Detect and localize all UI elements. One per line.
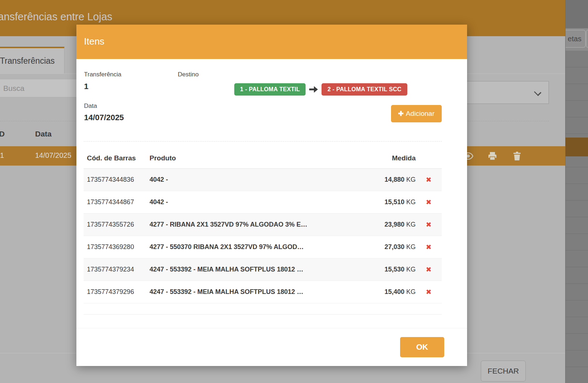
tab-transferencias[interactable]: Transferências bbox=[0, 47, 64, 73]
transfer-route: 1 - PALLOMA TEXTIL 2 - PALLOMA TEXTIL SC… bbox=[234, 83, 407, 96]
header-barcode: Cód. de Barras bbox=[84, 154, 150, 162]
adicionar-button[interactable]: ✚ Adicionar bbox=[391, 105, 442, 122]
background-header bbox=[566, 0, 588, 28]
transferencia-label: Transferência bbox=[84, 71, 121, 78]
cell-barcode: 1735774344867 bbox=[84, 198, 150, 206]
remove-item-button[interactable]: ✖ bbox=[426, 198, 432, 206]
adicionar-label: Adicionar bbox=[406, 110, 434, 118]
row-actions bbox=[463, 146, 522, 166]
cell-actions: ✖ bbox=[416, 288, 442, 296]
cell-medida: 15,510 KG bbox=[361, 198, 416, 206]
remove-item-button[interactable]: ✖ bbox=[426, 220, 432, 228]
medida-unit: KG bbox=[404, 288, 416, 295]
plus-icon: ✚ bbox=[398, 110, 404, 118]
medida-value: 27,030 bbox=[385, 243, 404, 251]
modal-footer-divider bbox=[76, 328, 467, 328]
itens-modal: Itens Transferência 1 Destino 1 - PALLOM… bbox=[76, 25, 467, 366]
cell-actions: ✖ bbox=[416, 265, 442, 274]
modal-section-divider bbox=[84, 141, 442, 142]
cell-actions: ✖ bbox=[416, 198, 442, 206]
arrow-right-icon bbox=[309, 85, 318, 94]
cell-produto: 4277 - RIBANA 2X1 3527VD 97% ALGODAO 3% … bbox=[150, 221, 361, 228]
remove-item-button[interactable]: ✖ bbox=[426, 176, 432, 184]
background-selected-row bbox=[566, 138, 588, 156]
cell-produto: 4247 - 553392 - MEIA MALHA SOFTPLUS 1801… bbox=[150, 266, 361, 273]
medida-value: 14,880 bbox=[385, 176, 404, 183]
modal-header: Itens bbox=[76, 25, 467, 59]
medida-unit: KG bbox=[404, 221, 416, 228]
background-toolbar: etas bbox=[566, 28, 588, 51]
medida-value: 15,530 bbox=[385, 266, 404, 273]
column-header-id: ID bbox=[0, 130, 5, 138]
destination-badge: 2 - PALLOMA TEXTIL SCC bbox=[322, 83, 407, 96]
items-table-header: Cód. de Barras Produto Medida bbox=[84, 148, 442, 169]
trash-icon bbox=[513, 152, 521, 160]
cell-produto: 4042 - bbox=[150, 176, 361, 184]
medida-unit: KG bbox=[404, 243, 416, 251]
row-date: 14/07/2025 bbox=[35, 151, 71, 160]
destino-label: Destino bbox=[178, 71, 199, 78]
items-table: Cód. de Barras Produto Medida 1735774344… bbox=[84, 148, 442, 303]
cell-medida: 15,400 KG bbox=[361, 288, 416, 296]
cell-barcode: 1735774379296 bbox=[84, 288, 150, 296]
etiquetas-button-partial[interactable]: etas bbox=[565, 30, 586, 48]
cell-actions: ✖ bbox=[416, 243, 442, 251]
screen: Transferências entre Lojas Transferência… bbox=[0, 0, 588, 383]
origin-badge: 1 - PALLOMA TEXTIL bbox=[234, 83, 306, 96]
chevron-down-icon bbox=[534, 89, 541, 96]
remove-item-button[interactable]: ✖ bbox=[426, 265, 432, 273]
table-row: 1735774355726 4277 - RIBANA 2X1 3527VD 9… bbox=[84, 214, 442, 236]
modal-title: Itens bbox=[84, 36, 104, 47]
medida-unit: KG bbox=[404, 266, 416, 273]
print-button[interactable] bbox=[488, 151, 497, 161]
medida-unit: KG bbox=[404, 176, 416, 183]
background-button-sliver[interactable] bbox=[586, 30, 588, 48]
cell-barcode: 1735774344836 bbox=[84, 176, 150, 184]
medida-value: 15,510 bbox=[385, 198, 404, 206]
remove-item-button[interactable]: ✖ bbox=[426, 288, 432, 296]
medida-unit: KG bbox=[404, 198, 416, 206]
delete-button[interactable] bbox=[513, 151, 522, 161]
page-title: Transferências entre Lojas bbox=[0, 11, 112, 23]
ok-button[interactable]: OK bbox=[400, 337, 444, 357]
header-produto: Produto bbox=[150, 154, 361, 162]
cell-medida: 23,980 KG bbox=[361, 221, 416, 228]
table-row: 1735774379234 4247 - 553392 - MEIA MALHA… bbox=[84, 258, 442, 281]
data-label: Data bbox=[84, 102, 97, 110]
cell-barcode: 1735774355726 bbox=[84, 221, 150, 228]
cell-barcode: 1735774369280 bbox=[84, 243, 150, 251]
cell-medida: 27,030 KG bbox=[361, 243, 416, 251]
printer-icon bbox=[488, 152, 497, 160]
row-id: 1 bbox=[0, 151, 4, 160]
column-header-data: Data bbox=[35, 130, 52, 138]
background-page-strip: etas bbox=[565, 0, 588, 383]
table-row: 1735774344867 4042 - 15,510 KG ✖ bbox=[84, 191, 442, 214]
data-value: 14/07/2025 bbox=[84, 113, 124, 122]
medida-value: 23,980 bbox=[385, 221, 404, 228]
cell-medida: 14,880 KG bbox=[361, 176, 416, 184]
table-row: 1735774344836 4042 - 14,880 KG ✖ bbox=[84, 169, 442, 191]
tab-label: Transferências bbox=[0, 56, 55, 66]
header-medida: Medida bbox=[361, 154, 416, 162]
background-table-rows bbox=[566, 51, 588, 383]
cell-produto: 4277 - 550370 RIBANA 2X1 3527VD 97% ALGO… bbox=[150, 243, 361, 251]
table-row: 1735774369280 4277 - 550370 RIBANA 2X1 3… bbox=[84, 236, 442, 258]
remove-item-button[interactable]: ✖ bbox=[426, 243, 432, 251]
cell-barcode: 1735774379234 bbox=[84, 266, 150, 273]
cell-actions: ✖ bbox=[416, 220, 442, 229]
medida-value: 15,400 bbox=[385, 288, 404, 295]
cell-actions: ✖ bbox=[416, 176, 442, 184]
table-row: 1735774379296 4247 - 553392 - MEIA MALHA… bbox=[84, 281, 442, 303]
cell-medida: 15,530 KG bbox=[361, 266, 416, 273]
cell-produto: 4247 - 553392 - MEIA MALHA SOFTPLUS 1801… bbox=[150, 288, 361, 296]
fechar-button[interactable]: FECHAR bbox=[481, 361, 526, 382]
table-bottom-divider bbox=[84, 314, 442, 315]
transferencia-value: 1 bbox=[84, 82, 88, 91]
cell-produto: 4042 - bbox=[150, 198, 361, 206]
